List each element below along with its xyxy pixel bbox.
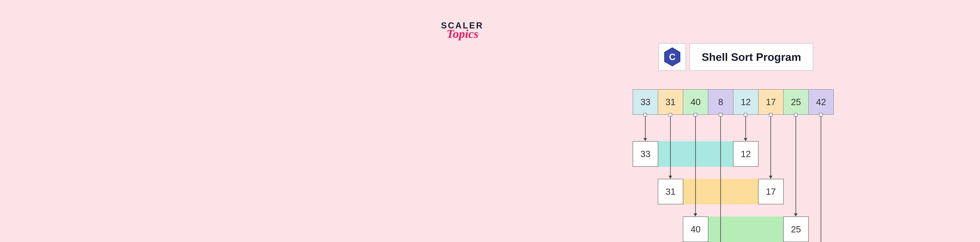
diagram-canvas: SCALER Topics C Shell Sort Program 33314…: [0, 0, 980, 242]
connector-icon: [694, 113, 697, 116]
arrow-line: [745, 116, 746, 139]
arrow-head-icon: [744, 138, 747, 141]
connector-icon: [744, 113, 747, 116]
arrow-line: [770, 116, 771, 176]
hexagon-icon: C: [663, 47, 681, 67]
sublist-cell: 25: [783, 217, 809, 242]
sublist-band: [708, 217, 783, 242]
array-cell: 17: [758, 89, 784, 115]
connector-icon: [769, 113, 772, 116]
arrow-line: [645, 116, 646, 139]
array-cell: 12: [733, 89, 759, 115]
c-letter: C: [669, 52, 676, 62]
array-cell: 40: [683, 89, 708, 115]
arrow-head-icon: [769, 176, 772, 179]
connector-icon: [643, 113, 647, 116]
array-cell: 8: [708, 89, 733, 115]
arrow-head-icon: [794, 213, 797, 217]
arrow-line: [695, 116, 696, 214]
array-cell: 42: [808, 89, 834, 115]
connector-icon: [668, 113, 672, 116]
array-cell: 31: [658, 89, 683, 115]
arrow-head-icon: [643, 138, 647, 141]
connector-icon: [819, 113, 822, 116]
sublist-cell: 40: [683, 217, 708, 242]
scaler-topics-logo: SCALER Topics: [441, 21, 510, 41]
diagram-header: C Shell Sort Program: [659, 43, 813, 71]
logo-line2: Topics: [447, 27, 510, 41]
sublist-cell: 17: [758, 179, 784, 204]
arrow-head-icon: [694, 213, 697, 217]
arrow-line: [720, 116, 721, 242]
array-cell: 33: [633, 89, 658, 115]
sublist-cell: 33: [633, 141, 658, 167]
sublist-cell: 12: [733, 141, 759, 167]
arrow-line: [795, 116, 796, 214]
connector-icon: [794, 113, 797, 116]
connector-icon: [719, 113, 722, 116]
diagram-title: Shell Sort Program: [689, 43, 813, 71]
array-cell: 25: [783, 89, 809, 115]
c-language-icon: C: [659, 43, 686, 71]
arrow-head-icon: [668, 176, 672, 179]
sublist-cell: 31: [658, 179, 683, 204]
arrow-line: [670, 116, 671, 176]
arrow-line: [821, 116, 821, 242]
main-array: 333140812172542: [633, 89, 834, 115]
